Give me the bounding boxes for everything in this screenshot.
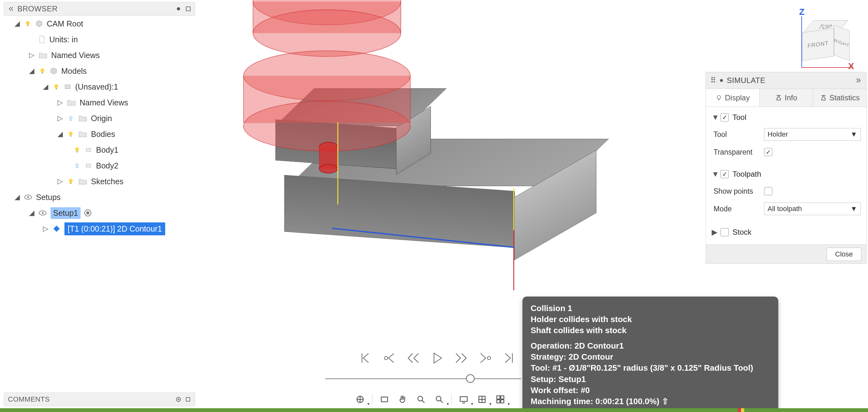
expander-icon[interactable]: ▷ — [57, 114, 63, 123]
expander-icon[interactable]: ◢ — [42, 83, 49, 91]
tree-row-operation[interactable]: ▷ [T1 (0:00:21)] 2D Contour1 — [4, 221, 195, 237]
select-mode[interactable]: All toolpath ▼ — [764, 203, 861, 215]
add-comment-icon[interactable] — [175, 396, 182, 403]
grid-button[interactable]: ▾ — [476, 393, 488, 406]
tree-row-body1[interactable]: Body1 — [4, 142, 195, 158]
tree-row-units[interactable]: Units: in — [4, 32, 195, 47]
forward-button[interactable] — [454, 350, 469, 366]
expander-icon[interactable]: ◢ — [14, 20, 20, 28]
checkbox-toolpath[interactable]: ✓ — [720, 170, 729, 178]
simulate-body: ▼ ✓ Tool Tool Holder ▼ Transparent ✓ ▼ ✓… — [706, 107, 867, 245]
tree-row-body2[interactable]: Body2 — [4, 158, 195, 173]
svg-point-11 — [69, 132, 73, 135]
checkbox-stock[interactable] — [720, 228, 729, 236]
timeline-track — [326, 378, 521, 379]
bulb-icon[interactable] — [53, 83, 60, 91]
play-button[interactable] — [430, 350, 445, 366]
tree-row-root[interactable]: ◢ CAM Root — [4, 16, 195, 32]
bulb-icon[interactable] — [73, 146, 81, 153]
zoom-button[interactable] — [415, 393, 427, 406]
close-button[interactable]: Close — [827, 248, 861, 261]
eye-icon[interactable] — [24, 193, 32, 201]
tree-label: Units: in — [49, 35, 78, 44]
collision-marker[interactable] — [738, 408, 741, 412]
viewports-button[interactable]: ▾ — [494, 393, 507, 406]
checkbox-showpoints[interactable] — [764, 187, 772, 195]
view-cube[interactable]: Z X TOP FRONT RIGHT — [790, 8, 853, 71]
chevron-down-icon[interactable]: ▼ — [712, 113, 717, 122]
timeline-knob[interactable] — [466, 374, 475, 383]
bulb-off-icon[interactable] — [67, 114, 74, 122]
expand-panel-icon[interactable] — [185, 5, 192, 12]
expand-panel-icon[interactable] — [185, 396, 191, 403]
eye-icon[interactable] — [38, 209, 47, 217]
bulb-off-icon[interactable] — [73, 162, 81, 169]
bulb-icon[interactable] — [24, 20, 32, 28]
expander-icon[interactable]: ▷ — [57, 98, 63, 107]
display-button[interactable]: ▾ — [457, 393, 470, 406]
pan-button[interactable] — [396, 393, 409, 406]
face-label: FRONT — [808, 40, 829, 49]
tab-statistics[interactable]: Statistics — [813, 89, 866, 107]
expander-icon[interactable]: ▷ — [42, 225, 49, 233]
chevron-down-icon: ▼ — [850, 205, 857, 213]
checkbox-transparent[interactable]: ✓ — [764, 148, 772, 156]
svg-rect-8 — [65, 85, 70, 89]
simulate-header[interactable]: ⠿ SIMULATE — [706, 72, 867, 89]
radio-active-icon[interactable] — [84, 209, 91, 216]
bulb-icon[interactable] — [67, 130, 74, 138]
section-stock[interactable]: ▶ Stock — [712, 225, 861, 239]
section-tool[interactable]: ▼ ✓ Tool — [712, 110, 861, 125]
bulb-icon[interactable] — [38, 67, 46, 75]
timeline-slider[interactable] — [326, 374, 521, 384]
expander-icon[interactable]: ◢ — [28, 67, 35, 75]
collapse-icon[interactable] — [719, 78, 724, 83]
tree-row-setups[interactable]: ◢ Setups — [4, 189, 195, 205]
skip-end-button[interactable] — [502, 350, 517, 366]
expand-right-icon[interactable] — [855, 77, 862, 84]
chevron-down-icon[interactable]: ▼ — [712, 170, 717, 178]
progress-strip[interactable] — [0, 408, 868, 412]
field-transparent: Transparent ✓ — [712, 144, 861, 160]
lookat-button[interactable] — [378, 393, 391, 406]
warning-marker[interactable] — [741, 408, 744, 412]
tree-row-sketches[interactable]: ▷ Sketches — [4, 173, 195, 189]
select-tool[interactable]: Holder ▼ — [764, 128, 861, 141]
browser-header[interactable]: BROWSER — [4, 2, 195, 16]
tree-row-setup1[interactable]: ◢ Setup1 — [4, 205, 195, 221]
minimize-icon[interactable] — [175, 6, 182, 12]
next-op-button[interactable] — [477, 350, 493, 366]
skip-start-button[interactable] — [358, 350, 373, 366]
expander-icon[interactable]: ◢ — [14, 193, 20, 201]
expander-icon[interactable]: ◢ — [28, 209, 35, 217]
rewind-button[interactable] — [406, 350, 421, 366]
tree-row-namedviews2[interactable]: ▷ Named Views — [4, 95, 195, 110]
comments-header[interactable]: COMMENTS — [4, 392, 195, 406]
tree-row-namedviews[interactable]: ▷ Named Views — [4, 47, 195, 63]
tree-row-origin[interactable]: ▷ Origin — [4, 110, 195, 126]
zoom-fit-button[interactable]: ▾ — [433, 393, 446, 406]
drag-handle-icon[interactable]: ⠿ — [710, 76, 716, 85]
tab-display[interactable]: Display — [706, 89, 760, 107]
prev-op-button[interactable] — [381, 350, 397, 366]
chevron-right-icon[interactable]: ▶ — [712, 228, 717, 237]
expander-icon[interactable]: ▷ — [57, 177, 63, 185]
field-tool: Tool Holder ▼ — [712, 127, 861, 142]
separator — [372, 394, 372, 405]
orbit-button[interactable]: ▾ — [354, 393, 366, 406]
tab-info[interactable]: Info — [760, 89, 813, 107]
folder-icon — [67, 99, 76, 106]
collapse-left-icon[interactable] — [7, 5, 14, 12]
viewcube-front[interactable]: FRONT — [802, 28, 834, 61]
expander-icon[interactable]: ◢ — [57, 130, 63, 138]
tree-row-unsaved[interactable]: ◢ (Unsaved):1 — [4, 79, 195, 95]
expander-icon[interactable]: ▷ — [28, 51, 35, 59]
viewcube-right[interactable]: RIGHT — [834, 25, 850, 61]
view-cube-faces[interactable]: TOP FRONT RIGHT — [802, 21, 846, 62]
bulb-icon[interactable] — [67, 178, 74, 185]
tree-row-models[interactable]: ◢ Models — [4, 63, 195, 79]
checkbox-tool[interactable]: ✓ — [720, 113, 729, 122]
section-toolpath[interactable]: ▼ ✓ Toolpath — [712, 167, 861, 181]
svg-rect-5 — [42, 72, 43, 73]
tree-row-bodies[interactable]: ◢ Bodies — [4, 126, 195, 142]
